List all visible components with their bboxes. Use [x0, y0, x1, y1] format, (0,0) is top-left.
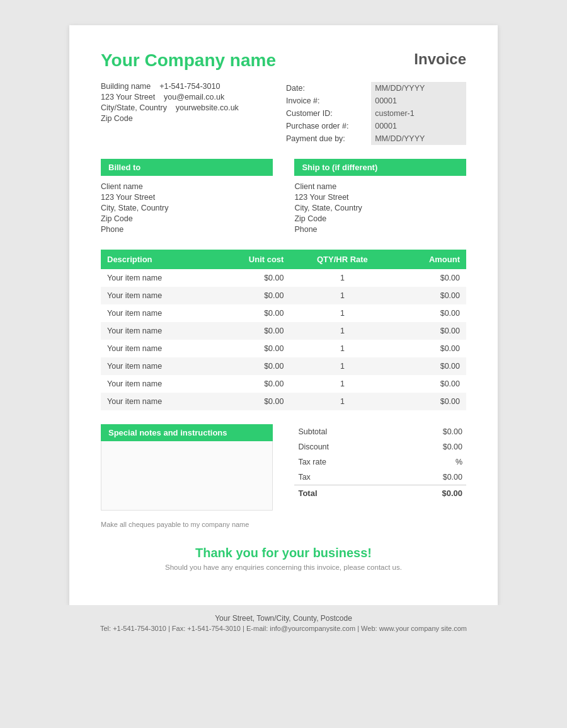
ship-zip: Zip Code	[294, 214, 466, 223]
item-qty: 1	[290, 375, 394, 393]
item-description: Your item name	[101, 340, 212, 357]
description-header: Description	[101, 250, 212, 269]
item-amount: $0.00	[394, 287, 466, 304]
item-unit-cost: $0.00	[212, 322, 290, 340]
item-unit-cost: $0.00	[212, 287, 290, 304]
notes-header: Special notes and instructions	[101, 424, 273, 441]
billed-street: 123 Your Street	[101, 193, 273, 202]
address-line4: Zip Code	[101, 114, 239, 123]
ship-city: City, State, Country	[294, 204, 466, 212]
item-amount: $0.00	[394, 340, 466, 357]
po-value: 00001	[371, 120, 466, 132]
item-unit-cost: $0.00	[212, 393, 290, 410]
thank-you-text: Thank you for your business!	[101, 546, 466, 560]
address-section: Billed to Client name 123 Your Street Ci…	[101, 159, 466, 236]
item-unit-cost: $0.00	[212, 375, 290, 393]
table-row: Your item name $0.00 1 $0.00	[101, 304, 466, 322]
thank-you-section: Thank you for your business! Should you …	[101, 546, 466, 571]
invoice-title-block: Invoice	[414, 50, 466, 68]
tax-row: Tax $0.00	[294, 470, 466, 485]
items-table-header: Description Unit cost QTY/HR Rate Amount	[101, 250, 466, 269]
address-line2: 123 Your Street you@email.co.uk	[101, 93, 239, 101]
discount-row: Discount $0.00	[294, 439, 466, 454]
items-table-body: Your item name $0.00 1 $0.00 Your item n…	[101, 269, 466, 410]
footer-details: Tel: +1-541-754-3010 | Fax: +1-541-754-3…	[0, 625, 567, 632]
ship-to-block: Ship to (if different) Client name 123 Y…	[294, 159, 466, 236]
ship-to-header: Ship to (if different)	[294, 159, 466, 176]
tax-rate-label: Tax rate	[294, 454, 393, 470]
table-row: Your item name $0.00 1 $0.00	[101, 375, 466, 393]
bottom-section: Special notes and instructions Subtotal …	[101, 424, 466, 511]
table-row: Your item name $0.00 1 $0.00	[101, 393, 466, 410]
totals-block: Subtotal $0.00 Discount $0.00 Tax rate %…	[294, 424, 466, 511]
table-row: Your item name $0.00 1 $0.00	[101, 340, 466, 357]
notes-block: Special notes and instructions	[101, 424, 273, 511]
tax-rate-row: Tax rate %	[294, 454, 466, 470]
amount-header: Amount	[394, 250, 466, 269]
company-name-block: Your Company name	[101, 50, 276, 71]
table-row: Your item name $0.00 1 $0.00	[101, 269, 466, 287]
tax-rate-value: %	[394, 454, 466, 470]
subtotal-label: Subtotal	[294, 424, 393, 439]
item-amount: $0.00	[394, 375, 466, 393]
company-address: Building name +1-541-754-3010 123 Your S…	[101, 82, 239, 145]
notes-body	[101, 441, 273, 511]
invoice-meta: Date: MM/DD/YYYY Invoice #: 00001 Custom…	[284, 82, 466, 145]
item-description: Your item name	[101, 304, 212, 322]
billed-zip: Zip Code	[101, 214, 273, 223]
item-amount: $0.00	[394, 269, 466, 287]
invoice-num-row: Invoice #: 00001	[284, 95, 466, 107]
payment-due-label: Payment due by:	[284, 132, 371, 145]
item-unit-cost: $0.00	[212, 340, 290, 357]
item-unit-cost: $0.00	[212, 357, 290, 375]
customer-id-row: Customer ID: customer-1	[284, 107, 466, 120]
table-row: Your item name $0.00 1 $0.00	[101, 357, 466, 375]
info-section: Building name +1-541-754-3010 123 Your S…	[101, 82, 466, 145]
item-qty: 1	[290, 322, 394, 340]
po-row: Purchase order #: 00001	[284, 120, 466, 132]
invoice-header: Your Company name Invoice	[101, 50, 466, 71]
date-row: Date: MM/DD/YYYY	[284, 82, 466, 95]
item-amount: $0.00	[394, 357, 466, 375]
item-amount: $0.00	[394, 393, 466, 410]
item-description: Your item name	[101, 322, 212, 340]
date-value: MM/DD/YYYY	[371, 82, 466, 95]
item-description: Your item name	[101, 357, 212, 375]
invoice-document: Your Company name Invoice Building name …	[69, 25, 498, 605]
invoice-title: Invoice	[414, 50, 466, 68]
item-description: Your item name	[101, 287, 212, 304]
item-qty: 1	[290, 304, 394, 322]
item-amount: $0.00	[394, 304, 466, 322]
item-unit-cost: $0.00	[212, 269, 290, 287]
total-row: Total $0.00	[294, 485, 466, 502]
thank-you-sub: Should you have any enquiries concerning…	[101, 563, 466, 571]
item-qty: 1	[290, 269, 394, 287]
customer-id-label: Customer ID:	[284, 107, 371, 120]
qty-header: QTY/HR Rate	[290, 250, 394, 269]
ship-name: Client name	[294, 182, 466, 191]
billed-to-block: Billed to Client name 123 Your Street Ci…	[101, 159, 273, 236]
footer-address: Your Street, Town/City, County, Postcode	[0, 614, 567, 623]
totals-table: Subtotal $0.00 Discount $0.00 Tax rate %…	[294, 424, 466, 501]
total-value: $0.00	[394, 485, 466, 502]
billed-phone: Phone	[101, 225, 273, 234]
item-qty: 1	[290, 393, 394, 410]
subtotal-row: Subtotal $0.00	[294, 424, 466, 439]
item-description: Your item name	[101, 375, 212, 393]
item-description: Your item name	[101, 393, 212, 410]
items-table: Description Unit cost QTY/HR Rate Amount…	[101, 250, 466, 410]
subtotal-value: $0.00	[394, 424, 466, 439]
invoice-num-value: 00001	[371, 95, 466, 107]
discount-label: Discount	[294, 439, 393, 454]
item-qty: 1	[290, 340, 394, 357]
ship-phone: Phone	[294, 225, 466, 234]
item-qty: 1	[290, 287, 394, 304]
date-label: Date:	[284, 82, 371, 95]
tax-value: $0.00	[394, 470, 466, 485]
payment-due-row: Payment due by: MM/DD/YYYY	[284, 132, 466, 145]
billed-name: Client name	[101, 182, 273, 191]
table-row: Your item name $0.00 1 $0.00	[101, 287, 466, 304]
ship-street: 123 Your Street	[294, 193, 466, 202]
cheque-note: Make all cheques payable to my company n…	[101, 521, 466, 528]
company-name: Your Company name	[101, 50, 276, 71]
